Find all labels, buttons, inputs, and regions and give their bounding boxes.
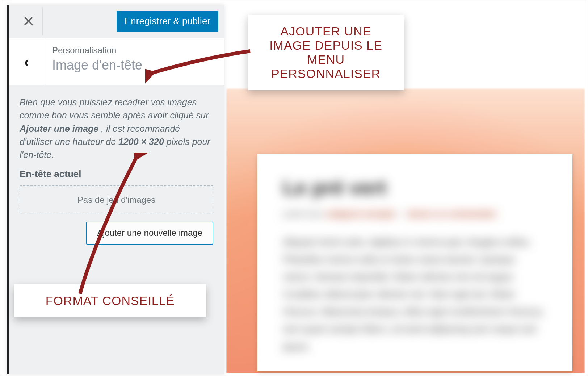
chevron-left-icon: ‹	[24, 52, 29, 71]
desc-strong-dimensions: 1200 × 320	[118, 137, 164, 147]
desc-strong-add-image: Ajouter une image	[20, 124, 98, 134]
annotation-arrow-top	[145, 47, 254, 87]
back-button[interactable]: ‹	[9, 38, 45, 85]
meta-separator: —	[398, 209, 408, 218]
section-title: Image d'en-tête	[52, 58, 142, 73]
close-icon: ✕	[22, 13, 35, 30]
meta-comment-link[interactable]: laisser un commentaire	[408, 209, 497, 218]
desc-pre: Bien que vous puissiez recadrer vos imag…	[20, 97, 209, 120]
preview-post-meta: publié dans catégorie exemple — laisser …	[283, 209, 547, 219]
close-button[interactable]: ✕	[14, 7, 43, 35]
preview-post-title: Le pré vert	[283, 176, 547, 199]
description-text: Bien que vous puissiez recadrer vos imag…	[20, 96, 213, 161]
breadcrumb: Personnalisation	[52, 45, 142, 55]
annotation-arrow-bottom	[69, 153, 149, 297]
meta-prefix: publié dans	[283, 209, 326, 218]
meta-category-link[interactable]: catégorie exemple	[326, 209, 395, 218]
preview-post-paragraph: Aliquam lorem ante, dapibus in viverra q…	[283, 233, 547, 355]
annotation-callout-top: AJOUTER UNE IMAGE DEPUIS LE MENU PERSONN…	[248, 15, 404, 90]
panel-topbar: ✕ Enregistrer & publier	[9, 5, 224, 38]
save-publish-button[interactable]: Enregistrer & publier	[117, 11, 218, 32]
preview-content-card: Le pré vert publié dans catégorie exempl…	[257, 154, 572, 371]
